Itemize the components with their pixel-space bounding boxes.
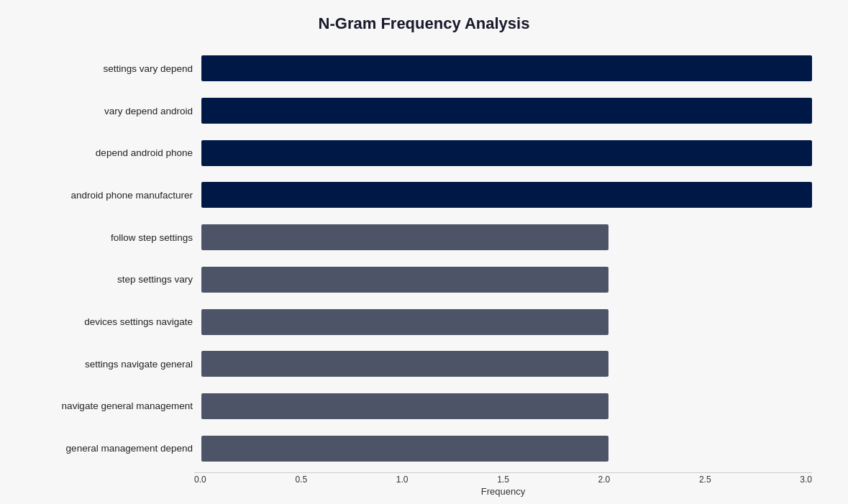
- x-tick: 0.0: [194, 475, 206, 485]
- bar-row: step settings vary: [29, 259, 812, 301]
- bar-label: devices settings navigate: [29, 316, 201, 327]
- bar-label: depend android phone: [29, 147, 201, 158]
- bar-wrapper: [201, 349, 812, 378]
- bar: [201, 182, 812, 208]
- bar-row: general management depend: [29, 427, 812, 469]
- bar: [201, 55, 812, 81]
- x-tick: 1.0: [396, 475, 409, 485]
- bar: [201, 436, 608, 462]
- bar-label: follow step settings: [29, 232, 201, 243]
- bar-wrapper: [201, 180, 812, 209]
- bar-label: vary depend android: [29, 106, 201, 116]
- bar: [201, 98, 812, 124]
- bar-wrapper: [201, 434, 812, 463]
- bar-row: settings vary depend: [29, 47, 812, 90]
- bar-row: android phone manufacturer: [29, 174, 812, 216]
- bar-wrapper: [201, 265, 812, 294]
- bar-wrapper: [201, 223, 812, 252]
- bar-label: step settings vary: [29, 274, 201, 285]
- bar-wrapper: [201, 392, 812, 421]
- bar-label: general management depend: [29, 443, 201, 454]
- x-tick: 3.0: [800, 475, 812, 485]
- bar-row: navigate general management: [29, 385, 812, 428]
- bar-wrapper: [201, 96, 812, 125]
- bar-label: android phone manufacturer: [29, 190, 201, 201]
- bar-label: navigate general management: [29, 400, 201, 411]
- bar: [201, 351, 608, 377]
- x-tick: 1.5: [497, 475, 509, 485]
- bar: [201, 309, 608, 335]
- bar-row: settings navigate general: [29, 343, 812, 385]
- bar-row: devices settings navigate: [29, 301, 812, 343]
- bar: [201, 224, 608, 250]
- bar-label: settings navigate general: [29, 359, 201, 370]
- x-axis-label: Frequency: [194, 486, 812, 497]
- chart-area: settings vary dependvary depend androidd…: [22, 47, 826, 469]
- x-tick: 0.5: [295, 475, 307, 485]
- bar: [201, 267, 608, 293]
- x-tick: 2.0: [598, 475, 611, 485]
- chart-title: N-Gram Frequency Analysis: [22, 14, 826, 33]
- x-tick: 2.5: [699, 475, 711, 485]
- bar-row: vary depend android: [29, 90, 812, 132]
- bar-row: follow step settings: [29, 216, 812, 259]
- bar-label: settings vary depend: [29, 63, 201, 74]
- bar-wrapper: [201, 308, 812, 336]
- bar-wrapper: [201, 139, 812, 168]
- x-axis-area: 0.00.51.01.52.02.53.0 Frequency: [194, 469, 826, 497]
- bar-row: depend android phone: [29, 132, 812, 174]
- bar: [201, 140, 812, 166]
- chart-container: settings vary dependvary depend androidd…: [22, 47, 826, 497]
- bar: [201, 393, 608, 419]
- bar-wrapper: [201, 54, 812, 83]
